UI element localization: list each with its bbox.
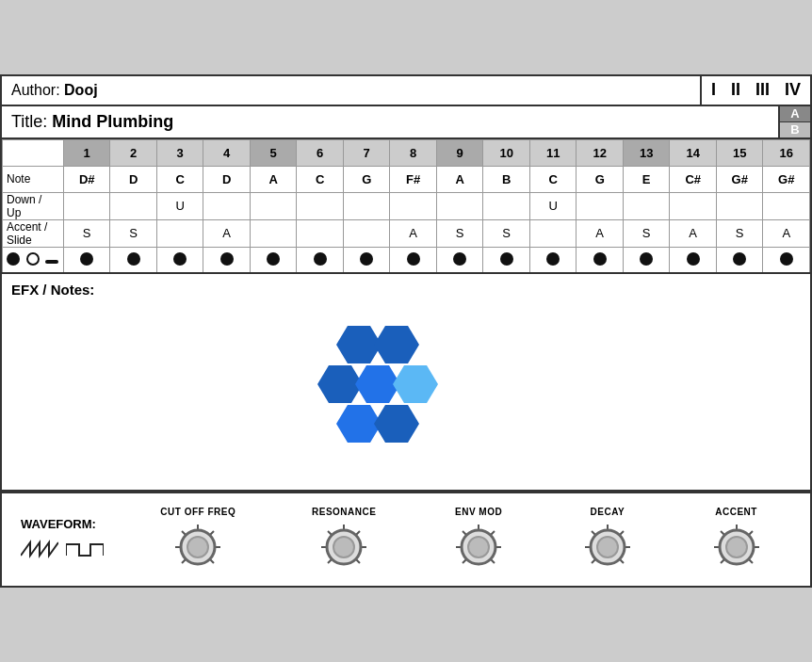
resonance-knob[interactable] — [317, 521, 370, 573]
as-15[interactable]: S — [716, 219, 763, 247]
as-9[interactable]: S — [436, 219, 483, 247]
note-13[interactable]: E — [623, 166, 670, 192]
a-button[interactable]: A — [780, 106, 810, 122]
du-4[interactable] — [203, 192, 251, 219]
step-5[interactable]: 5 — [250, 139, 297, 166]
note-16[interactable]: G# — [763, 166, 810, 192]
step-6[interactable]: 6 — [297, 139, 344, 166]
du-12[interactable] — [577, 192, 624, 219]
note-4[interactable]: D — [203, 166, 251, 192]
roman-II[interactable]: II — [731, 80, 740, 100]
step-12[interactable]: 12 — [577, 139, 624, 166]
as-16[interactable]: A — [763, 219, 810, 247]
step-number-label — [3, 139, 64, 166]
dot-5[interactable] — [250, 247, 297, 273]
step-2[interactable]: 2 — [110, 139, 157, 166]
note-11[interactable]: C — [529, 166, 577, 192]
dot-10[interactable] — [483, 247, 530, 273]
dot-11[interactable] — [529, 247, 577, 273]
dot-4[interactable] — [203, 247, 251, 273]
roman-III[interactable]: III — [755, 80, 770, 100]
note-15[interactable]: G# — [716, 166, 763, 192]
as-4[interactable]: A — [203, 219, 251, 247]
as-10[interactable]: S — [483, 219, 530, 247]
step-14[interactable]: 14 — [670, 139, 717, 166]
as-7[interactable] — [343, 219, 390, 247]
step-10[interactable]: 10 — [483, 139, 530, 166]
dot-2[interactable] — [110, 247, 157, 273]
as-2[interactable]: S — [110, 219, 157, 247]
dot-13[interactable] — [623, 247, 670, 273]
step-1[interactable]: 1 — [63, 139, 110, 166]
du-9[interactable] — [436, 192, 483, 219]
note-1[interactable]: D# — [63, 166, 110, 192]
dot-16[interactable] — [763, 247, 810, 273]
step-8[interactable]: 8 — [390, 139, 437, 166]
step-15[interactable]: 15 — [716, 139, 763, 166]
dot-14[interactable] — [670, 247, 717, 273]
du-8[interactable] — [390, 192, 437, 219]
note-7[interactable]: G — [343, 166, 390, 192]
as-6[interactable] — [297, 219, 344, 247]
dot-6[interactable] — [297, 247, 344, 273]
du-14[interactable] — [670, 192, 717, 219]
as-14[interactable]: A — [670, 219, 717, 247]
note-2[interactable]: D — [110, 166, 157, 192]
as-11[interactable] — [529, 219, 577, 247]
b-button[interactable]: B — [780, 122, 810, 137]
as-3[interactable] — [156, 219, 203, 247]
step-3[interactable]: 3 — [156, 139, 203, 166]
note-3[interactable]: C — [156, 166, 203, 192]
decay-knob[interactable] — [581, 521, 634, 573]
cutoff-freq-knob[interactable] — [171, 521, 224, 573]
du-7[interactable] — [343, 192, 390, 219]
env-mod-knob[interactable] — [452, 521, 505, 573]
dot-9[interactable] — [436, 247, 483, 273]
du-3[interactable]: U — [156, 192, 203, 219]
main-container: Author: Dooj I II III IV Title: Mind Plu… — [0, 74, 812, 589]
dot-15[interactable] — [716, 247, 763, 273]
hex-cluster-svg — [312, 316, 500, 486]
accent-knob[interactable] — [710, 521, 763, 573]
as-1[interactable]: S — [63, 219, 110, 247]
roman-I[interactable]: I — [711, 80, 716, 100]
du-6[interactable] — [297, 192, 344, 219]
note-14[interactable]: C# — [670, 166, 717, 192]
dot-12[interactable] — [577, 247, 624, 273]
note-9[interactable]: A — [436, 166, 483, 192]
note-12[interactable]: G — [577, 166, 624, 192]
sawtooth-wave-icon[interactable] — [21, 537, 58, 563]
note-10[interactable]: B — [483, 166, 530, 192]
du-10[interactable] — [483, 192, 530, 219]
dot-8[interactable] — [390, 247, 437, 273]
step-7[interactable]: 7 — [343, 139, 390, 166]
du-11[interactable]: U — [529, 192, 577, 219]
du-1[interactable] — [63, 192, 110, 219]
du-13[interactable] — [623, 192, 670, 219]
svg-point-17 — [333, 537, 354, 557]
du-2[interactable] — [110, 192, 157, 219]
as-5[interactable] — [250, 219, 297, 247]
step-13[interactable]: 13 — [623, 139, 670, 166]
note-5[interactable]: A — [250, 166, 297, 192]
dot-1[interactable] — [63, 247, 110, 273]
ab-buttons: A B — [780, 106, 810, 137]
du-5[interactable] — [250, 192, 297, 219]
as-12[interactable]: A — [577, 219, 624, 247]
title-name: Mind Plumbing — [52, 112, 173, 131]
note-6[interactable]: C — [297, 166, 344, 192]
du-16[interactable] — [763, 192, 810, 219]
step-16[interactable]: 16 — [763, 139, 810, 166]
svg-point-8 — [187, 537, 208, 557]
du-15[interactable] — [716, 192, 763, 219]
note-8[interactable]: F# — [390, 166, 437, 192]
as-8[interactable]: A — [390, 219, 437, 247]
step-9[interactable]: 9 — [436, 139, 483, 166]
square-wave-icon[interactable] — [66, 537, 104, 563]
step-11[interactable]: 11 — [529, 139, 577, 166]
roman-IV[interactable]: IV — [785, 80, 801, 100]
as-13[interactable]: S — [623, 219, 670, 247]
dot-3[interactable] — [156, 247, 203, 273]
step-4[interactable]: 4 — [203, 139, 251, 166]
dot-7[interactable] — [343, 247, 390, 273]
